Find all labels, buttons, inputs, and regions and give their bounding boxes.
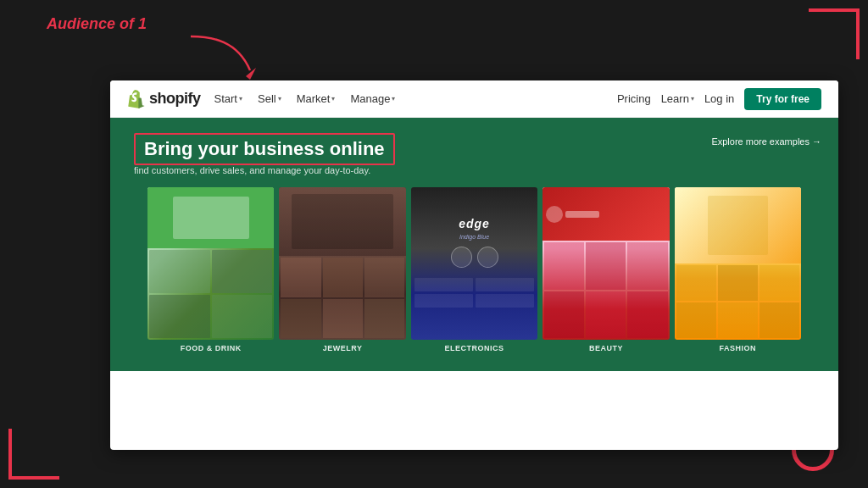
hero-section: Bring your business online find customer…: [110, 118, 838, 371]
corner-decoration-bottom-left: [8, 429, 59, 480]
hero-title: Bring your business online: [144, 138, 385, 159]
store-image-food: [147, 187, 274, 340]
store-card-fashion: FASHION: [675, 187, 801, 352]
electronics-sub-text: Indigo Blue: [459, 234, 489, 240]
hero-subtitle: find customers, drive sales, and manage …: [134, 165, 815, 175]
store-card-jewelry: JEWELRY: [279, 187, 405, 352]
store-image-fashion: [675, 187, 801, 340]
chevron-icon: ▾: [239, 95, 242, 103]
annotation-text: Audience of 1: [47, 15, 147, 34]
store-label-fashion: FASHION: [720, 344, 757, 352]
svg-marker-0: [246, 68, 256, 80]
annotation: Audience of 1: [47, 15, 147, 34]
logo-area[interactable]: shopify: [127, 90, 201, 108]
nav-start[interactable]: Start ▾: [208, 89, 249, 108]
nav-links: Start ▾ Sell ▾ Market ▾ Manage ▾: [208, 89, 617, 108]
electronics-brand-text: edge: [459, 217, 490, 230]
store-image-electronics: edge Indigo Blue: [411, 187, 537, 340]
store-label-beauty: BEAUTY: [589, 344, 623, 352]
store-label-jewelry: JEWELRY: [323, 344, 363, 352]
shopify-logo-icon: [127, 90, 146, 108]
store-card-food: FOOD & DRINK: [147, 187, 274, 352]
navbar: shopify Start ▾ Sell ▾ Market ▾ Manage ▾…: [110, 80, 838, 118]
store-card-electronics: edge Indigo Blue E: [411, 187, 537, 352]
corner-decoration-top-right: [809, 8, 860, 59]
shopify-logo-text: shopify: [149, 90, 201, 108]
hero-title-highlight: Bring your business online: [134, 133, 395, 165]
store-image-jewelry: [279, 187, 405, 340]
store-label-electronics: ELECTRONICS: [445, 344, 504, 352]
nav-sell[interactable]: Sell ▾: [251, 89, 288, 108]
browser-window: shopify Start ▾ Sell ▾ Market ▾ Manage ▾…: [110, 80, 838, 450]
chevron-icon: ▾: [278, 95, 281, 103]
nav-manage[interactable]: Manage ▾: [343, 89, 402, 108]
store-card-beauty: BEAUTY: [542, 187, 669, 352]
stores-grid: FOOD & DRINK: [134, 179, 815, 361]
try-for-free-button[interactable]: Try for free: [744, 88, 821, 110]
store-label-food: FOOD & DRINK: [181, 344, 242, 352]
nav-pricing[interactable]: Pricing: [617, 92, 651, 105]
nav-right: Pricing Learn ▾ Log in Try for free: [617, 88, 821, 110]
annotation-arrow: [186, 32, 263, 83]
chevron-icon: ▾: [331, 95, 335, 103]
nav-login[interactable]: Log in: [704, 92, 734, 105]
explore-link[interactable]: Explore more examples →: [711, 136, 821, 147]
store-image-beauty: [542, 187, 669, 340]
nav-learn[interactable]: Learn ▾: [661, 92, 694, 105]
nav-market[interactable]: Market ▾: [290, 89, 342, 108]
chevron-icon: ▾: [392, 95, 395, 103]
chevron-icon: ▾: [691, 95, 694, 103]
